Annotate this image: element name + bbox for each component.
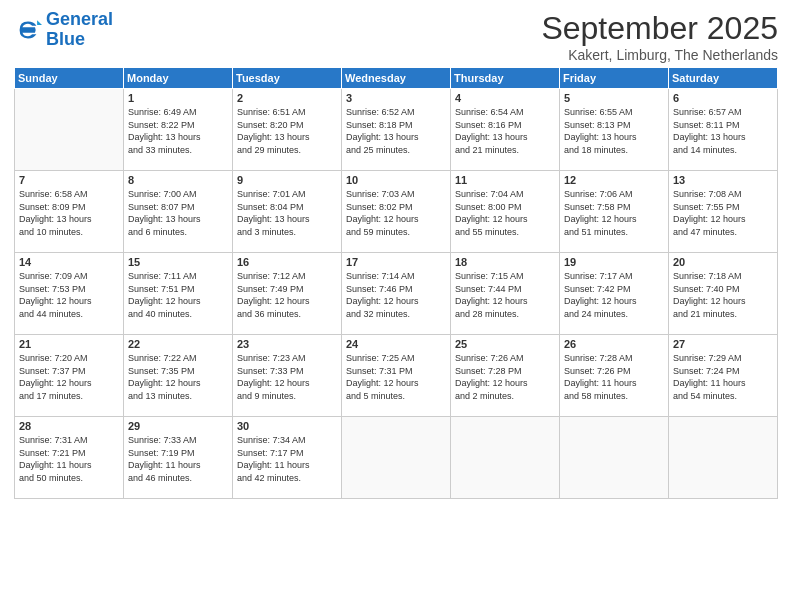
calendar-week-row: 28Sunrise: 7:31 AM Sunset: 7:21 PM Dayli…	[15, 417, 778, 499]
col-thursday: Thursday	[451, 68, 560, 89]
day-number: 6	[673, 92, 773, 104]
table-row	[669, 417, 778, 499]
day-info: Sunrise: 7:17 AM Sunset: 7:42 PM Dayligh…	[564, 270, 664, 320]
day-info: Sunrise: 6:55 AM Sunset: 8:13 PM Dayligh…	[564, 106, 664, 156]
table-row: 30Sunrise: 7:34 AM Sunset: 7:17 PM Dayli…	[233, 417, 342, 499]
logo-text: General Blue	[46, 10, 113, 50]
calendar-table: Sunday Monday Tuesday Wednesday Thursday…	[14, 67, 778, 499]
day-info: Sunrise: 7:09 AM Sunset: 7:53 PM Dayligh…	[19, 270, 119, 320]
col-monday: Monday	[124, 68, 233, 89]
day-number: 22	[128, 338, 228, 350]
day-info: Sunrise: 7:15 AM Sunset: 7:44 PM Dayligh…	[455, 270, 555, 320]
table-row: 25Sunrise: 7:26 AM Sunset: 7:28 PM Dayli…	[451, 335, 560, 417]
table-row: 22Sunrise: 7:22 AM Sunset: 7:35 PM Dayli…	[124, 335, 233, 417]
table-row: 18Sunrise: 7:15 AM Sunset: 7:44 PM Dayli…	[451, 253, 560, 335]
day-number: 23	[237, 338, 337, 350]
table-row: 15Sunrise: 7:11 AM Sunset: 7:51 PM Dayli…	[124, 253, 233, 335]
table-row: 23Sunrise: 7:23 AM Sunset: 7:33 PM Dayli…	[233, 335, 342, 417]
table-row: 3Sunrise: 6:52 AM Sunset: 8:18 PM Daylig…	[342, 89, 451, 171]
logo: General Blue	[14, 10, 113, 50]
day-number: 30	[237, 420, 337, 432]
day-number: 27	[673, 338, 773, 350]
table-row: 12Sunrise: 7:06 AM Sunset: 7:58 PM Dayli…	[560, 171, 669, 253]
table-row: 7Sunrise: 6:58 AM Sunset: 8:09 PM Daylig…	[15, 171, 124, 253]
table-row: 5Sunrise: 6:55 AM Sunset: 8:13 PM Daylig…	[560, 89, 669, 171]
col-sunday: Sunday	[15, 68, 124, 89]
day-number: 12	[564, 174, 664, 186]
day-info: Sunrise: 7:34 AM Sunset: 7:17 PM Dayligh…	[237, 434, 337, 484]
day-number: 19	[564, 256, 664, 268]
table-row: 27Sunrise: 7:29 AM Sunset: 7:24 PM Dayli…	[669, 335, 778, 417]
day-number: 16	[237, 256, 337, 268]
col-friday: Friday	[560, 68, 669, 89]
day-number: 3	[346, 92, 446, 104]
day-info: Sunrise: 7:33 AM Sunset: 7:19 PM Dayligh…	[128, 434, 228, 484]
table-row: 11Sunrise: 7:04 AM Sunset: 8:00 PM Dayli…	[451, 171, 560, 253]
day-number: 1	[128, 92, 228, 104]
day-number: 24	[346, 338, 446, 350]
day-info: Sunrise: 7:25 AM Sunset: 7:31 PM Dayligh…	[346, 352, 446, 402]
day-number: 2	[237, 92, 337, 104]
day-info: Sunrise: 7:28 AM Sunset: 7:26 PM Dayligh…	[564, 352, 664, 402]
day-info: Sunrise: 7:00 AM Sunset: 8:07 PM Dayligh…	[128, 188, 228, 238]
day-info: Sunrise: 6:57 AM Sunset: 8:11 PM Dayligh…	[673, 106, 773, 156]
table-row: 6Sunrise: 6:57 AM Sunset: 8:11 PM Daylig…	[669, 89, 778, 171]
table-row: 1Sunrise: 6:49 AM Sunset: 8:22 PM Daylig…	[124, 89, 233, 171]
header-row: General Blue September 2025 Kakert, Limb…	[14, 10, 778, 63]
table-row: 14Sunrise: 7:09 AM Sunset: 7:53 PM Dayli…	[15, 253, 124, 335]
title-block: September 2025 Kakert, Limburg, The Neth…	[541, 10, 778, 63]
day-number: 18	[455, 256, 555, 268]
table-row: 17Sunrise: 7:14 AM Sunset: 7:46 PM Dayli…	[342, 253, 451, 335]
day-number: 20	[673, 256, 773, 268]
header-row-days: Sunday Monday Tuesday Wednesday Thursday…	[15, 68, 778, 89]
day-number: 26	[564, 338, 664, 350]
logo-blue: Blue	[46, 29, 85, 49]
col-saturday: Saturday	[669, 68, 778, 89]
day-number: 15	[128, 256, 228, 268]
day-number: 29	[128, 420, 228, 432]
table-row: 8Sunrise: 7:00 AM Sunset: 8:07 PM Daylig…	[124, 171, 233, 253]
table-row: 21Sunrise: 7:20 AM Sunset: 7:37 PM Dayli…	[15, 335, 124, 417]
calendar-week-row: 14Sunrise: 7:09 AM Sunset: 7:53 PM Dayli…	[15, 253, 778, 335]
day-number: 21	[19, 338, 119, 350]
day-info: Sunrise: 7:20 AM Sunset: 7:37 PM Dayligh…	[19, 352, 119, 402]
day-number: 28	[19, 420, 119, 432]
day-number: 10	[346, 174, 446, 186]
day-number: 8	[128, 174, 228, 186]
day-info: Sunrise: 7:29 AM Sunset: 7:24 PM Dayligh…	[673, 352, 773, 402]
day-info: Sunrise: 6:49 AM Sunset: 8:22 PM Dayligh…	[128, 106, 228, 156]
day-info: Sunrise: 7:26 AM Sunset: 7:28 PM Dayligh…	[455, 352, 555, 402]
table-row: 19Sunrise: 7:17 AM Sunset: 7:42 PM Dayli…	[560, 253, 669, 335]
day-info: Sunrise: 7:23 AM Sunset: 7:33 PM Dayligh…	[237, 352, 337, 402]
day-info: Sunrise: 7:22 AM Sunset: 7:35 PM Dayligh…	[128, 352, 228, 402]
table-row: 20Sunrise: 7:18 AM Sunset: 7:40 PM Dayli…	[669, 253, 778, 335]
day-number: 7	[19, 174, 119, 186]
location: Kakert, Limburg, The Netherlands	[541, 47, 778, 63]
logo-general: General	[46, 9, 113, 29]
day-number: 17	[346, 256, 446, 268]
day-info: Sunrise: 7:11 AM Sunset: 7:51 PM Dayligh…	[128, 270, 228, 320]
main-container: General Blue September 2025 Kakert, Limb…	[0, 0, 792, 505]
table-row: 24Sunrise: 7:25 AM Sunset: 7:31 PM Dayli…	[342, 335, 451, 417]
day-number: 4	[455, 92, 555, 104]
day-info: Sunrise: 6:52 AM Sunset: 8:18 PM Dayligh…	[346, 106, 446, 156]
table-row	[451, 417, 560, 499]
day-info: Sunrise: 7:03 AM Sunset: 8:02 PM Dayligh…	[346, 188, 446, 238]
table-row	[342, 417, 451, 499]
day-info: Sunrise: 7:08 AM Sunset: 7:55 PM Dayligh…	[673, 188, 773, 238]
table-row	[15, 89, 124, 171]
day-number: 13	[673, 174, 773, 186]
calendar-week-row: 1Sunrise: 6:49 AM Sunset: 8:22 PM Daylig…	[15, 89, 778, 171]
table-row	[560, 417, 669, 499]
month-title: September 2025	[541, 10, 778, 47]
day-info: Sunrise: 7:04 AM Sunset: 8:00 PM Dayligh…	[455, 188, 555, 238]
day-info: Sunrise: 6:51 AM Sunset: 8:20 PM Dayligh…	[237, 106, 337, 156]
day-info: Sunrise: 6:54 AM Sunset: 8:16 PM Dayligh…	[455, 106, 555, 156]
day-number: 25	[455, 338, 555, 350]
day-number: 5	[564, 92, 664, 104]
calendar-week-row: 7Sunrise: 6:58 AM Sunset: 8:09 PM Daylig…	[15, 171, 778, 253]
table-row: 2Sunrise: 6:51 AM Sunset: 8:20 PM Daylig…	[233, 89, 342, 171]
logo-icon	[14, 16, 42, 44]
day-number: 11	[455, 174, 555, 186]
day-info: Sunrise: 6:58 AM Sunset: 8:09 PM Dayligh…	[19, 188, 119, 238]
